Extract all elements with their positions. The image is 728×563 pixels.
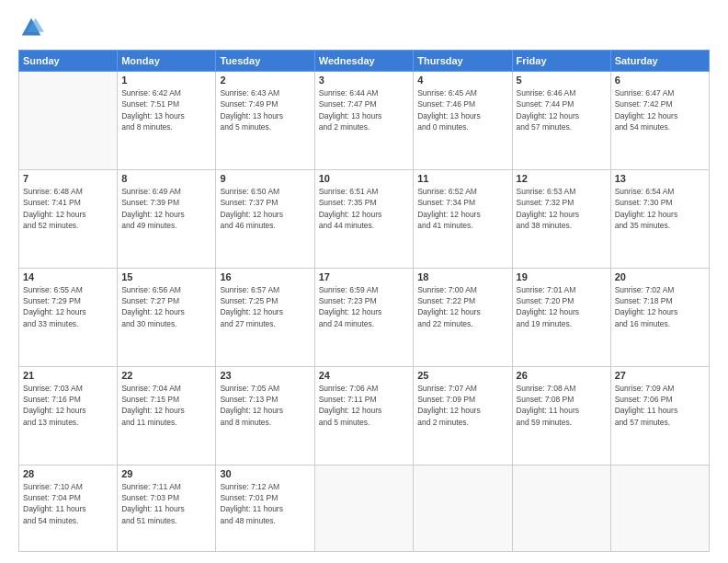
- calendar-cell: 1Sunrise: 6:42 AMSunset: 7:51 PMDaylight…: [118, 72, 216, 170]
- calendar-cell: 10Sunrise: 6:51 AMSunset: 7:35 PMDayligh…: [314, 169, 413, 268]
- day-number: 8: [121, 173, 211, 184]
- calendar-cell: 18Sunrise: 7:00 AMSunset: 7:22 PMDayligh…: [414, 268, 512, 366]
- day-info: Sunrise: 7:05 AMSunset: 7:13 PMDaylight:…: [220, 383, 310, 428]
- day-number: 20: [615, 271, 705, 282]
- day-info: Sunrise: 7:04 AMSunset: 7:15 PMDaylight:…: [121, 383, 211, 428]
- weekday-header: Tuesday: [216, 51, 314, 72]
- calendar-cell: 24Sunrise: 7:06 AMSunset: 7:11 PMDayligh…: [314, 366, 413, 465]
- weekday-header: Monday: [118, 51, 216, 72]
- day-info: Sunrise: 7:00 AMSunset: 7:22 PMDaylight:…: [417, 284, 507, 329]
- day-number: 17: [319, 271, 409, 282]
- calendar-cell: [19, 72, 118, 170]
- day-number: 1: [121, 75, 211, 86]
- calendar-cell: 8Sunrise: 6:49 AMSunset: 7:39 PMDaylight…: [118, 169, 216, 268]
- logo: [18, 15, 48, 40]
- day-info: Sunrise: 6:56 AMSunset: 7:27 PMDaylight:…: [121, 284, 211, 329]
- calendar-cell: 28Sunrise: 7:10 AMSunset: 7:04 PMDayligh…: [19, 465, 118, 551]
- day-number: 5: [517, 75, 607, 86]
- calendar-cell: 15Sunrise: 6:56 AMSunset: 7:27 PMDayligh…: [118, 268, 216, 366]
- day-info: Sunrise: 7:03 AMSunset: 7:16 PMDaylight:…: [23, 383, 113, 428]
- day-number: 23: [220, 370, 310, 381]
- calendar-cell: 25Sunrise: 7:07 AMSunset: 7:09 PMDayligh…: [414, 366, 512, 465]
- calendar-cell: [314, 465, 413, 551]
- calendar-cell: 19Sunrise: 7:01 AMSunset: 7:20 PMDayligh…: [512, 268, 610, 366]
- header: [18, 15, 710, 40]
- calendar-cell: 3Sunrise: 6:44 AMSunset: 7:47 PMDaylight…: [314, 72, 413, 170]
- calendar-table: SundayMondayTuesdayWednesdayThursdayFrid…: [18, 50, 710, 552]
- page: SundayMondayTuesdayWednesdayThursdayFrid…: [0, 0, 728, 563]
- day-info: Sunrise: 6:57 AMSunset: 7:25 PMDaylight:…: [220, 284, 310, 329]
- day-info: Sunrise: 6:59 AMSunset: 7:23 PMDaylight:…: [319, 284, 409, 329]
- calendar-cell: 27Sunrise: 7:09 AMSunset: 7:06 PMDayligh…: [610, 366, 709, 465]
- day-number: 10: [319, 173, 409, 184]
- calendar-cell: 13Sunrise: 6:54 AMSunset: 7:30 PMDayligh…: [610, 169, 709, 268]
- calendar-cell: 30Sunrise: 7:12 AMSunset: 7:01 PMDayligh…: [216, 465, 314, 551]
- calendar-cell: 26Sunrise: 7:08 AMSunset: 7:08 PMDayligh…: [512, 366, 610, 465]
- day-number: 6: [615, 75, 705, 86]
- day-info: Sunrise: 7:10 AMSunset: 7:04 PMDaylight:…: [23, 481, 113, 526]
- day-info: Sunrise: 6:50 AMSunset: 7:37 PMDaylight:…: [220, 186, 310, 231]
- day-info: Sunrise: 7:06 AMSunset: 7:11 PMDaylight:…: [319, 383, 409, 428]
- day-number: 11: [417, 173, 507, 184]
- day-number: 30: [220, 468, 310, 479]
- weekday-header: Friday: [512, 51, 610, 72]
- day-info: Sunrise: 6:51 AMSunset: 7:35 PMDaylight:…: [319, 186, 409, 231]
- day-info: Sunrise: 6:42 AMSunset: 7:51 PMDaylight:…: [121, 87, 211, 132]
- day-info: Sunrise: 7:07 AMSunset: 7:09 PMDaylight:…: [417, 383, 507, 428]
- day-number: 4: [417, 75, 507, 86]
- day-number: 29: [121, 468, 211, 479]
- day-number: 14: [23, 271, 113, 282]
- calendar-week-row: 1Sunrise: 6:42 AMSunset: 7:51 PMDaylight…: [19, 72, 710, 170]
- calendar-cell: 16Sunrise: 6:57 AMSunset: 7:25 PMDayligh…: [216, 268, 314, 366]
- day-number: 27: [615, 370, 705, 381]
- day-number: 7: [23, 173, 113, 184]
- day-number: 18: [417, 271, 507, 282]
- day-number: 21: [23, 370, 113, 381]
- calendar-week-row: 21Sunrise: 7:03 AMSunset: 7:16 PMDayligh…: [19, 366, 710, 465]
- calendar-cell: 22Sunrise: 7:04 AMSunset: 7:15 PMDayligh…: [118, 366, 216, 465]
- calendar-cell: 2Sunrise: 6:43 AMSunset: 7:49 PMDaylight…: [216, 72, 314, 170]
- day-info: Sunrise: 7:08 AMSunset: 7:08 PMDaylight:…: [517, 383, 607, 428]
- day-info: Sunrise: 6:44 AMSunset: 7:47 PMDaylight:…: [319, 87, 409, 132]
- calendar-cell: [414, 465, 512, 551]
- day-info: Sunrise: 6:45 AMSunset: 7:46 PMDaylight:…: [417, 87, 507, 132]
- calendar-cell: [512, 465, 610, 551]
- calendar-header-row: SundayMondayTuesdayWednesdayThursdayFrid…: [19, 51, 710, 72]
- day-info: Sunrise: 6:53 AMSunset: 7:32 PMDaylight:…: [517, 186, 607, 231]
- day-number: 25: [417, 370, 507, 381]
- day-number: 24: [319, 370, 409, 381]
- day-info: Sunrise: 6:54 AMSunset: 7:30 PMDaylight:…: [615, 186, 705, 231]
- day-number: 16: [220, 271, 310, 282]
- calendar-cell: 20Sunrise: 7:02 AMSunset: 7:18 PMDayligh…: [610, 268, 709, 366]
- weekday-header: Thursday: [414, 51, 512, 72]
- calendar-cell: 6Sunrise: 6:47 AMSunset: 7:42 PMDaylight…: [610, 72, 709, 170]
- day-number: 13: [615, 173, 705, 184]
- day-number: 22: [121, 370, 211, 381]
- day-number: 28: [23, 468, 113, 479]
- day-info: Sunrise: 7:02 AMSunset: 7:18 PMDaylight:…: [615, 284, 705, 329]
- day-info: Sunrise: 7:01 AMSunset: 7:20 PMDaylight:…: [517, 284, 607, 329]
- day-info: Sunrise: 7:09 AMSunset: 7:06 PMDaylight:…: [615, 383, 705, 428]
- day-number: 2: [220, 75, 310, 86]
- calendar-cell: [610, 465, 709, 551]
- day-number: 15: [121, 271, 211, 282]
- calendar-cell: 17Sunrise: 6:59 AMSunset: 7:23 PMDayligh…: [314, 268, 413, 366]
- day-info: Sunrise: 6:52 AMSunset: 7:34 PMDaylight:…: [417, 186, 507, 231]
- day-info: Sunrise: 7:12 AMSunset: 7:01 PMDaylight:…: [220, 481, 310, 526]
- calendar-week-row: 28Sunrise: 7:10 AMSunset: 7:04 PMDayligh…: [19, 465, 710, 551]
- calendar-cell: 12Sunrise: 6:53 AMSunset: 7:32 PMDayligh…: [512, 169, 610, 268]
- calendar-cell: 11Sunrise: 6:52 AMSunset: 7:34 PMDayligh…: [414, 169, 512, 268]
- calendar-cell: 5Sunrise: 6:46 AMSunset: 7:44 PMDaylight…: [512, 72, 610, 170]
- day-info: Sunrise: 7:11 AMSunset: 7:03 PMDaylight:…: [121, 481, 211, 526]
- day-info: Sunrise: 6:43 AMSunset: 7:49 PMDaylight:…: [220, 87, 310, 132]
- day-info: Sunrise: 6:46 AMSunset: 7:44 PMDaylight:…: [517, 87, 607, 132]
- weekday-header: Saturday: [610, 51, 709, 72]
- day-number: 12: [517, 173, 607, 184]
- calendar-week-row: 14Sunrise: 6:55 AMSunset: 7:29 PMDayligh…: [19, 268, 710, 366]
- day-info: Sunrise: 6:48 AMSunset: 7:41 PMDaylight:…: [23, 186, 113, 231]
- calendar-cell: 23Sunrise: 7:05 AMSunset: 7:13 PMDayligh…: [216, 366, 314, 465]
- day-info: Sunrise: 6:47 AMSunset: 7:42 PMDaylight:…: [615, 87, 705, 132]
- calendar-cell: 14Sunrise: 6:55 AMSunset: 7:29 PMDayligh…: [19, 268, 118, 366]
- calendar-week-row: 7Sunrise: 6:48 AMSunset: 7:41 PMDaylight…: [19, 169, 710, 268]
- calendar-cell: 9Sunrise: 6:50 AMSunset: 7:37 PMDaylight…: [216, 169, 314, 268]
